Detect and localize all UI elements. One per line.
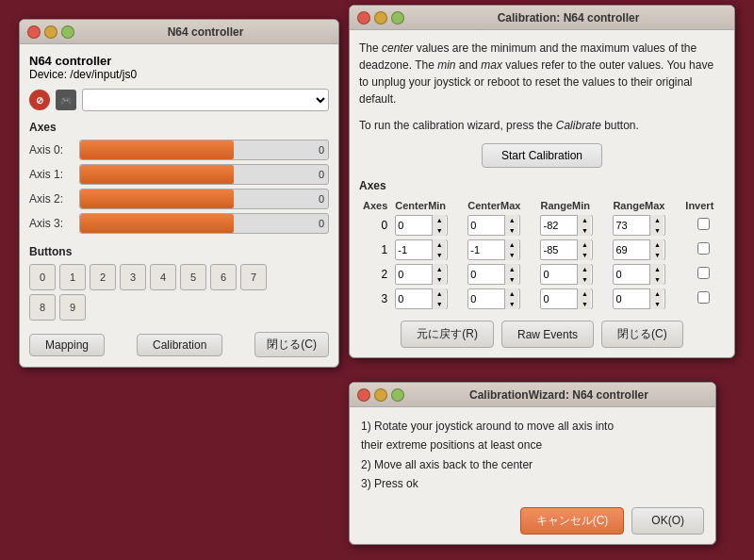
axes-table-header: Axes CenterMin CenterMax RangeMin RangeM…: [359, 198, 725, 213]
spinner-up-cm-1[interactable]: ▲: [433, 239, 446, 250]
spinner-rx-3[interactable]: ▲ ▼: [613, 288, 665, 309]
close-window-btn[interactable]: [27, 25, 41, 39]
spinner-up-rm-2[interactable]: ▲: [578, 264, 591, 274]
mapping-button[interactable]: Mapping: [29, 334, 105, 356]
spinner-btns-cx-1: ▲ ▼: [504, 239, 518, 260]
spinner-input-cx-2[interactable]: [468, 269, 504, 280]
spinner-down-cm-2[interactable]: ▼: [433, 274, 446, 285]
spinner-up-rx-0[interactable]: ▲: [650, 215, 664, 225]
spinner-cm-0[interactable]: ▲ ▼: [395, 215, 448, 236]
spinner-rx-2[interactable]: ▲ ▼: [613, 264, 665, 285]
spinner-rm-1[interactable]: ▲ ▼: [540, 239, 593, 260]
device-info: N64 controller Device: /dev/input/js0: [29, 54, 329, 81]
invert-cell-1: [681, 238, 725, 262]
spinner-input-rm-3[interactable]: [541, 293, 577, 305]
wizard-cancel-button[interactable]: キャンセル(C): [520, 507, 625, 535]
spinner-input-cx-1[interactable]: [468, 244, 504, 255]
spinner-rx-0[interactable]: ▲ ▼: [613, 215, 665, 236]
spinner-cm-1[interactable]: ▲ ▼: [395, 239, 448, 260]
spinner-up-cx-3[interactable]: ▲: [505, 288, 518, 299]
spinner-rm-0[interactable]: ▲ ▼: [540, 215, 593, 236]
invert-cell-3: [681, 287, 725, 311]
axis-0-bar-container: 0: [79, 140, 329, 160]
wizard-max-btn[interactable]: [391, 388, 404, 402]
spinner-down-cm-3[interactable]: ▼: [433, 299, 446, 309]
device-select[interactable]: [82, 89, 329, 111]
spinner-down-cx-0[interactable]: ▼: [505, 225, 518, 236]
spinner-cm-2[interactable]: ▲ ▼: [395, 264, 448, 285]
spinner-down-rm-0[interactable]: ▼: [578, 225, 591, 236]
invert-checkbox-2[interactable]: [697, 267, 710, 279]
spinner-input-rx-2[interactable]: [614, 269, 649, 280]
raw-events-button[interactable]: Raw Events: [501, 321, 594, 348]
spinner-input-cm-1[interactable]: [396, 244, 432, 255]
spinner-up-cm-0[interactable]: ▲: [433, 215, 446, 225]
spinner-input-cm-3[interactable]: [396, 293, 432, 305]
spinner-up-cx-1[interactable]: ▲: [505, 239, 518, 250]
spinner-down-cx-1[interactable]: ▼: [505, 250, 518, 260]
minimize-window-btn[interactable]: [44, 25, 57, 39]
invert-checkbox-3[interactable]: [697, 291, 710, 304]
buttons-grid-2: 8 9: [29, 294, 329, 321]
start-calibration-button[interactable]: Start Calibration: [482, 143, 602, 168]
spinner-down-cm-1[interactable]: ▼: [433, 250, 446, 260]
spinner-input-cm-2[interactable]: [396, 269, 432, 280]
spinner-up-rx-2[interactable]: ▲: [650, 264, 664, 274]
spinner-up-rm-0[interactable]: ▲: [578, 215, 591, 225]
invert-checkbox-0[interactable]: [697, 218, 710, 230]
spinner-up-cm-3[interactable]: ▲: [433, 288, 446, 299]
spinner-cx-0[interactable]: ▲ ▼: [467, 215, 520, 236]
invert-checkbox-1[interactable]: [697, 242, 710, 255]
spinner-input-rm-1[interactable]: [541, 244, 577, 255]
spinner-input-rx-0[interactable]: [614, 220, 649, 231]
spinner-cx-2[interactable]: ▲ ▼: [467, 264, 520, 285]
spinner-down-rm-3[interactable]: ▼: [578, 299, 591, 309]
spinner-input-rx-3[interactable]: [614, 293, 649, 305]
spinner-down-cx-2[interactable]: ▼: [505, 274, 518, 285]
spinner-down-cx-3[interactable]: ▼: [505, 299, 518, 309]
cal-max-btn[interactable]: [391, 11, 404, 25]
spinner-up-cx-2[interactable]: ▲: [505, 264, 518, 274]
axis-3-bar-container: 0: [79, 213, 329, 234]
wizard-min-btn[interactable]: [374, 388, 387, 402]
spinner-up-cm-2[interactable]: ▲: [433, 264, 446, 274]
spinner-down-rm-1[interactable]: ▼: [578, 250, 591, 260]
gamepad-icon[interactable]: 🎮: [56, 90, 76, 110]
n64-close-button[interactable]: 閉じる(C): [254, 332, 329, 357]
cal-close-button[interactable]: 閉じる(C): [601, 321, 683, 348]
spinner-btns-cx-0: ▲ ▼: [504, 215, 518, 236]
spinner-up-cx-0[interactable]: ▲: [505, 215, 518, 225]
cal-axes-label: Axes: [359, 179, 725, 192]
spinner-down-rm-2[interactable]: ▼: [578, 274, 591, 285]
maximize-window-btn[interactable]: [61, 25, 74, 39]
spinner-input-rm-2[interactable]: [541, 269, 577, 280]
cal-close-btn[interactable]: [357, 11, 370, 25]
spinner-up-rx-3[interactable]: ▲: [650, 288, 664, 299]
spinner-up-rm-1[interactable]: ▲: [578, 239, 591, 250]
spinner-down-rx-1[interactable]: ▼: [650, 250, 664, 260]
wizard-close-btn[interactable]: [357, 388, 370, 402]
spinner-cm-3[interactable]: ▲ ▼: [395, 288, 448, 309]
spinner-cx-3[interactable]: ▲ ▼: [467, 288, 520, 309]
spinner-rm-3[interactable]: ▲ ▼: [540, 288, 593, 309]
spinner-input-cx-0[interactable]: [468, 220, 504, 231]
cal-min-btn[interactable]: [374, 11, 387, 25]
spinner-input-rm-0[interactable]: [541, 220, 577, 231]
spinner-rx-1[interactable]: ▲ ▼: [613, 239, 665, 260]
spinner-down-cm-0[interactable]: ▼: [433, 225, 446, 236]
spinner-down-rx-0[interactable]: ▼: [650, 225, 664, 236]
calibration-button[interactable]: Calibration: [137, 334, 222, 356]
spinner-up-rm-3[interactable]: ▲: [578, 288, 591, 299]
axis-num-1: 1: [359, 238, 391, 262]
spinner-input-cm-0[interactable]: [396, 220, 432, 231]
spinner-rm-2[interactable]: ▲ ▼: [540, 264, 593, 285]
back-button[interactable]: 元に戻す(R): [401, 321, 494, 348]
spinner-input-rx-1[interactable]: [614, 244, 649, 255]
spinner-down-rx-2[interactable]: ▼: [650, 274, 664, 285]
spinner-input-cx-3[interactable]: [468, 293, 504, 305]
spinner-cx-1[interactable]: ▲ ▼: [467, 239, 520, 260]
no-icon[interactable]: ⊘: [29, 90, 50, 110]
wizard-ok-button[interactable]: OK(O): [631, 507, 704, 535]
spinner-up-rx-1[interactable]: ▲: [650, 239, 664, 250]
spinner-down-rx-3[interactable]: ▼: [650, 299, 664, 309]
